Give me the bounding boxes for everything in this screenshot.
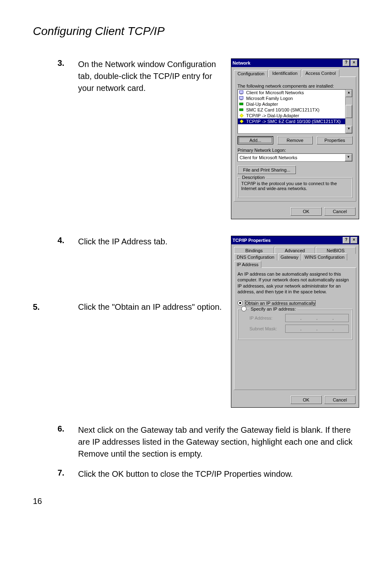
close-icon[interactable]: × [350,60,357,66]
radio-unselected-icon [241,306,247,311]
list-item[interactable]: Microsoft Family Logon [238,95,352,101]
components-label: The following network components are ins… [238,84,353,88]
svg-rect-3 [240,100,242,100]
radio-selected-icon [238,300,243,306]
adapter-icon [239,107,244,112]
specify-ip-radio[interactable]: Specify an IP address: [241,306,349,311]
primary-logon-select[interactable]: Client for Microsoft Networks ▼ [238,153,353,162]
step-3-number: 3. [33,58,78,68]
components-listbox[interactable]: Client for Microsoft Networks Microsoft … [238,89,353,134]
list-item[interactable]: SMC EZ Card 10/100 (SMC1211TX) [238,107,352,113]
svg-rect-2 [240,97,243,100]
step-5-number: 5. [33,301,53,313]
ok-button[interactable]: OK [291,207,322,216]
scroll-thumb[interactable] [346,105,352,118]
close-icon[interactable]: × [350,237,357,244]
step-5-text: Click the "Obtain an IP address" option. [78,301,222,313]
add-button[interactable]: Add... [238,136,273,144]
primary-logon-label: Primary Network Logon: [238,148,353,153]
ok-button[interactable]: OK [291,396,322,404]
step-3-text: On the Network window Configuration tab,… [78,58,231,94]
step-4-number: 4. [33,236,78,245]
client-icon [239,96,244,101]
subnet-mask-field: ... [285,325,349,333]
list-item-selected[interactable]: TCP/IP -> SMC EZ Card 10/100 (SMC1211TX) [238,118,352,124]
network-dialog: Network ? × Configuration Identification… [231,58,359,219]
help-icon[interactable]: ? [343,60,350,66]
scroll-down-icon[interactable]: ▼ [346,126,352,133]
list-item[interactable]: Dial-Up Adapter [238,101,352,107]
tab-gateway[interactable]: Gateway [278,253,301,260]
step-7-number: 7. [33,468,78,478]
page-number: 16 [33,497,359,506]
tab-configuration[interactable]: Configuration [234,70,268,77]
tab-wins[interactable]: WINS Configuration [302,253,347,260]
cancel-button[interactable]: Cancel [324,207,355,216]
tcpip-dialog-title: TCP/IP Properties [233,238,342,243]
tab-netbios[interactable]: NetBIOS [316,247,356,254]
file-print-sharing-button[interactable]: File and Print Sharing... [238,166,296,174]
svg-rect-0 [240,91,243,94]
tcpip-dialog: TCP/IP Properties ? × Bindings Advanced … [231,236,359,408]
step-6-text: Next click on the Gateway tab and verify… [78,424,359,460]
chevron-down-icon[interactable]: ▼ [345,154,352,161]
adapter-icon [239,102,244,107]
primary-logon-value: Client for Microsoft Networks [238,155,345,160]
subnet-mask-label: Subnet Mask: [249,326,281,331]
tab-dns[interactable]: DNS Configuration [234,253,277,260]
step-6-number: 6. [33,424,78,434]
page-title: Configuring Client TCP/IP [33,25,359,38]
tab-identification[interactable]: Identification [268,70,301,77]
list-item[interactable]: Client for Microsoft Networks [238,90,352,95]
network-dialog-title: Network [233,60,342,65]
protocol-icon [239,119,244,124]
cancel-button[interactable]: Cancel [324,396,355,404]
step-7-text: Click the OK button to close the TCP/IP … [78,468,359,480]
svg-rect-5 [240,109,243,111]
description-group: Description TCP/IP is the protocol you u… [238,177,353,198]
tab-access-control[interactable]: Access Control [302,70,339,77]
svg-rect-1 [240,94,242,95]
step-4-text: Click the IP Address tab. [78,236,223,248]
description-title: Description [240,175,266,180]
remove-button[interactable]: Remove [277,136,313,144]
ip-address-label: IP Address: [249,316,281,320]
svg-rect-4 [240,103,243,105]
ip-blurb: An IP address can be automatically assig… [238,271,353,295]
tab-ip-address[interactable]: IP Address [234,261,261,268]
list-item[interactable]: TCP/IP -> Dial-Up Adapter [238,113,352,118]
scrollbar[interactable]: ▲ ▼ [345,90,352,133]
properties-button[interactable]: Properties [317,136,353,144]
specify-ip-label: Specify an IP address: [249,306,297,311]
scroll-up-icon[interactable]: ▲ [346,90,352,97]
ip-address-field: ... [285,314,349,322]
help-icon[interactable]: ? [343,237,350,244]
client-icon [239,90,244,95]
description-text: TCP/IP is the protocol you use to connec… [241,181,349,194]
obtain-ip-label: Obtain an IP address automatically [245,301,315,306]
obtain-ip-radio[interactable]: Obtain an IP address automatically [238,300,353,306]
protocol-icon [239,113,244,118]
tab-bindings[interactable]: Bindings [234,247,274,254]
tab-advanced[interactable]: Advanced [274,247,315,254]
